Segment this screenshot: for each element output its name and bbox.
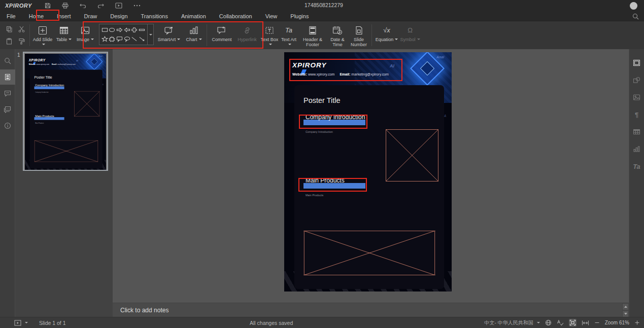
clipboard-group <box>3 21 27 49</box>
chevron-down-icon <box>395 39 398 40</box>
notes-placeholder[interactable]: Click to add notes <box>120 307 168 314</box>
equation-button[interactable]: √x Equation <box>374 21 399 49</box>
shape-minus-icon[interactable] <box>138 25 146 34</box>
slide-canvas-content[interactable]: AI Anal G DA XPIRORY Website: www.xpiror… <box>284 52 452 291</box>
slide-indicator: Slide 1 of 1 <box>39 320 66 326</box>
slideshow-icon[interactable] <box>115 3 122 9</box>
table-icon <box>59 25 69 36</box>
presentation-app: XPIRORY 1748508212279 File Home Insert D… <box>0 0 644 328</box>
statusbar: Slide 1 of 1 All changes saved 中文- 中华人民共… <box>0 317 644 328</box>
image-placeholder-large[interactable] <box>303 231 435 275</box>
menu-transitions[interactable]: Transitions <box>134 12 175 20</box>
layout-panel-icon[interactable] <box>629 55 644 70</box>
scroll-up-button[interactable] <box>623 304 628 310</box>
image-panel-icon[interactable] <box>629 90 644 105</box>
header-footer-button[interactable]: Header & Footer <box>298 21 327 49</box>
undo-icon[interactable] <box>80 3 86 9</box>
menu-draw[interactable]: Draw <box>78 12 104 20</box>
shapes-more-button[interactable] <box>148 24 154 45</box>
slide-logo[interactable]: XPIRORY <box>292 60 327 69</box>
menu-design[interactable]: Design <box>104 12 134 20</box>
globe-icon[interactable] <box>545 319 552 326</box>
fit-slide-icon[interactable] <box>569 319 577 326</box>
more-icon[interactable] <box>133 3 141 9</box>
slide-number-button[interactable]: Slide Number <box>348 21 369 49</box>
chevron-down-icon <box>537 322 540 323</box>
table-panel-icon[interactable] <box>629 124 644 139</box>
comment-panel-icon[interactable] <box>0 86 15 101</box>
print-icon[interactable] <box>62 3 69 9</box>
copy-icon[interactable] <box>3 23 15 35</box>
chart-button[interactable]: Chart <box>183 21 205 49</box>
zoom-in-icon[interactable] <box>634 320 640 325</box>
search-icon[interactable] <box>632 13 639 20</box>
shape-callout-rect-icon[interactable] <box>116 34 123 44</box>
shape-plus-icon[interactable] <box>131 25 139 34</box>
shape-line-icon[interactable] <box>131 34 139 44</box>
textart-panel-icon[interactable]: Ta <box>629 159 644 174</box>
shape-arrow-left-icon[interactable] <box>123 25 131 34</box>
zoom-level[interactable]: Zoom 61% <box>605 320 629 325</box>
left-sidebar <box>0 49 15 317</box>
image-button[interactable]: Image <box>75 21 96 49</box>
table-button[interactable]: Table <box>53 21 75 49</box>
slide-content-card[interactable]: Poster Title Company IntroductionCompany… <box>294 85 444 289</box>
slide-editing-canvas[interactable]: AI Anal G DA XPIRORY Website: www.xpiror… <box>113 49 629 303</box>
menu-file[interactable]: File <box>0 12 22 20</box>
notes-scrollbar[interactable] <box>622 303 629 317</box>
menu-collaboration[interactable]: Collaboration <box>213 12 259 20</box>
slide-number-label: 1 <box>17 52 20 58</box>
menu-plugins[interactable]: Plugins <box>284 12 315 20</box>
redo-icon[interactable] <box>97 3 104 9</box>
avatar[interactable] <box>630 2 637 10</box>
chevron-down-icon <box>199 39 202 40</box>
comment-button[interactable]: Comment <box>209 21 234 49</box>
chart-panel-icon[interactable] <box>629 141 644 157</box>
paste-icon[interactable] <box>3 35 15 48</box>
shape-callout-oval-icon[interactable] <box>123 34 131 44</box>
fit-width-icon[interactable] <box>582 320 589 326</box>
shapes-panel-icon[interactable] <box>629 72 644 88</box>
menu-insert[interactable]: Insert <box>50 12 78 20</box>
image-placeholder-small[interactable] <box>386 129 438 181</box>
zoom-out-icon[interactable] <box>594 320 600 325</box>
save-icon[interactable] <box>45 3 51 9</box>
shape-arrow-line-icon[interactable] <box>138 34 146 44</box>
shape-star8-icon[interactable] <box>109 34 116 44</box>
spellcheck-icon[interactable] <box>557 319 564 326</box>
menu-view[interactable]: View <box>259 12 284 20</box>
date-time-button[interactable]: Date & Time <box>327 21 348 49</box>
notes-area[interactable]: Click to add notes <box>113 303 629 317</box>
chevron-down-icon <box>42 44 45 45</box>
info-icon[interactable] <box>0 118 15 133</box>
shape-arrow-right-icon[interactable] <box>116 25 123 34</box>
format-painter-icon[interactable] <box>15 35 27 48</box>
paragraph-panel-icon[interactable]: ¶ <box>629 107 644 122</box>
slide-thumbnail[interactable]: AI Anal G DA XPIRORY Website: www.xpiror… <box>23 52 108 171</box>
slides-panel-icon[interactable] <box>0 69 15 85</box>
menu-animation[interactable]: Animation <box>175 12 213 20</box>
hyperlink-button[interactable]: Hyperlink <box>234 21 260 49</box>
ribbon-toolbar: Add Slide Table Image <box>0 21 644 49</box>
scroll-down-button[interactable] <box>623 311 628 317</box>
menu-home[interactable]: Home <box>22 12 50 20</box>
add-slide-button[interactable]: Add Slide <box>32 21 53 49</box>
language-selector[interactable]: 中文- 中华人民共和国 <box>485 319 540 326</box>
symbol-button[interactable]: Ω Symbol <box>399 21 421 49</box>
shape-rectangle-icon[interactable] <box>101 25 109 34</box>
shape-ellipse-icon[interactable] <box>109 25 116 34</box>
slide-contact-line[interactable]: Website: www.xpirory.comEmail: marketing… <box>292 72 389 76</box>
document-title: 1748508212279 <box>304 2 343 8</box>
equation-icon: √x <box>383 25 390 36</box>
smartart-button[interactable]: SmartArt <box>155 21 183 49</box>
chat-panel-icon[interactable] <box>0 102 15 117</box>
poster-title-textbox[interactable]: Poster Title <box>303 96 341 104</box>
chevron-down-icon <box>69 39 72 40</box>
slideshow-start-button[interactable] <box>14 320 28 326</box>
cut-icon[interactable] <box>15 23 27 35</box>
text-box-button[interactable]: Text Box <box>260 21 279 49</box>
text-art-button[interactable]: Ta Text Art <box>279 21 298 49</box>
find-icon[interactable] <box>0 53 15 68</box>
header-footer-icon <box>308 25 317 36</box>
shape-star4-icon[interactable] <box>101 34 109 44</box>
